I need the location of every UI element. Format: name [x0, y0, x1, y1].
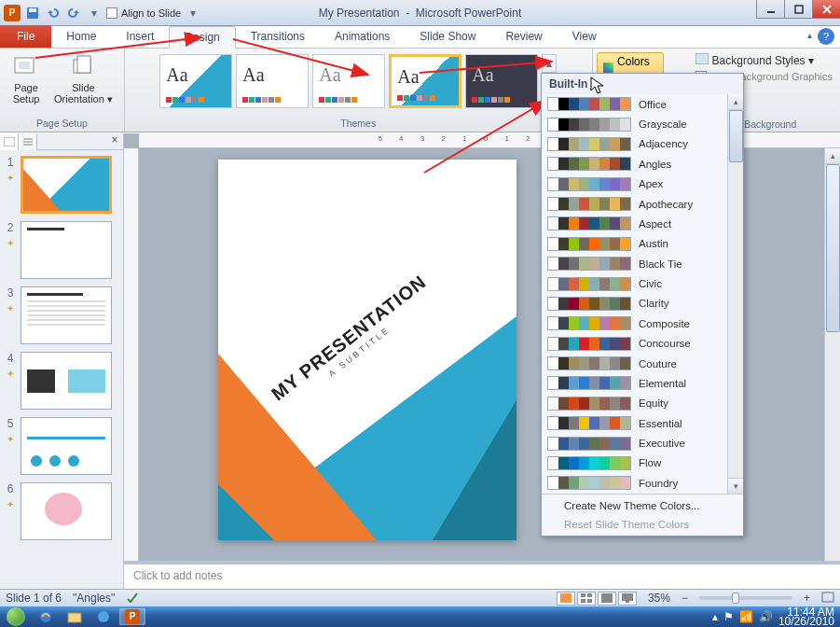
notes-pane[interactable]: Click to add notes	[124, 561, 840, 589]
tab-home[interactable]: Home	[51, 25, 111, 48]
color-strip	[547, 216, 631, 230]
slides-tab[interactable]	[0, 133, 19, 150]
doc-title: My Presentation	[319, 7, 400, 20]
theme-thumb-0[interactable]: Aa	[159, 54, 232, 108]
tray-network-icon[interactable]: 📶	[739, 610, 753, 623]
color-scheme-austin[interactable]: Austin	[542, 234, 727, 254]
zoom-out-button[interactable]: −	[682, 592, 688, 605]
zoom-handle[interactable]	[732, 592, 739, 604]
save-icon[interactable]	[24, 5, 41, 21]
tab-insert[interactable]: Insert	[111, 25, 169, 48]
taskbar-app[interactable]	[90, 608, 117, 625]
tab-review[interactable]: Review	[490, 25, 557, 48]
maximize-button[interactable]	[784, 0, 812, 19]
tab-design[interactable]: Design	[169, 26, 235, 49]
tray-volume-icon[interactable]: 🔊	[759, 610, 773, 623]
tray-up-icon[interactable]: ▴	[712, 610, 718, 623]
qat-more-icon[interactable]: ▾	[86, 5, 103, 21]
thumbnail-4[interactable]: 4✦	[4, 352, 119, 410]
color-scheme-office[interactable]: Office	[542, 94, 727, 114]
zoom-slider[interactable]	[699, 596, 792, 600]
theme-thumb-4[interactable]: Aa	[465, 54, 538, 108]
color-scheme-apothecary[interactable]: Apothecary	[542, 194, 727, 214]
outline-tab[interactable]	[19, 133, 37, 150]
color-scheme-flow[interactable]: Flow	[542, 453, 727, 473]
thumbnail-1[interactable]: 1✦	[4, 156, 119, 214]
tab-slide-show[interactable]: Slide Show	[405, 25, 490, 48]
color-scheme-equity[interactable]: Equity	[542, 394, 727, 413]
tab-transitions[interactable]: Transitions	[236, 25, 320, 48]
color-scheme-angles[interactable]: Angles	[542, 154, 727, 174]
start-button[interactable]	[2, 606, 30, 627]
background-styles-button[interactable]: Background Styles ▾	[692, 52, 833, 68]
taskbar-ie[interactable]	[33, 608, 59, 625]
color-scheme-grayscale[interactable]: Grayscale	[542, 114, 727, 133]
color-scheme-executive[interactable]: Executive	[542, 433, 727, 453]
undo-icon[interactable]	[45, 5, 62, 21]
color-scheme-elemental[interactable]: Elemental	[542, 373, 727, 393]
normal-view-button[interactable]	[557, 592, 575, 606]
thumbnail-5[interactable]: 5✦	[4, 417, 119, 475]
scroll-thumb[interactable]	[826, 164, 840, 332]
thumbnail-3[interactable]: 3✦	[4, 286, 119, 344]
scroll-up-icon[interactable]: ▴	[825, 148, 840, 164]
zoom-percent[interactable]: 35%	[648, 592, 670, 605]
vertical-scrollbar[interactable]: ▴	[824, 148, 840, 589]
theme-thumb-2[interactable]: Aa	[312, 54, 385, 108]
minimize-button[interactable]	[756, 0, 784, 19]
tray-flag-icon[interactable]: ⚑	[723, 610, 734, 623]
app-icon[interactable]: P	[4, 5, 21, 21]
slide-canvas[interactable]: MY PRESENTATION A SUBTITLE	[218, 160, 516, 540]
color-scheme-aspect[interactable]: Aspect	[542, 214, 727, 233]
svg-rect-2	[767, 11, 775, 13]
tray-clock[interactable]: 11:44 AM 10/26/2010	[778, 607, 834, 626]
tab-animations[interactable]: Animations	[320, 25, 405, 48]
tab-view[interactable]: View	[558, 25, 612, 48]
color-scheme-apex[interactable]: Apex	[542, 174, 727, 194]
reading-view-button[interactable]	[598, 592, 616, 606]
sorter-view-button[interactable]	[577, 592, 596, 606]
ribbon-minimize-icon[interactable]: ▴	[807, 30, 812, 40]
color-scheme-couture[interactable]: Couture	[542, 354, 727, 373]
redo-icon[interactable]	[65, 5, 82, 21]
thumbnail-6[interactable]: 6✦	[4, 482, 119, 540]
color-scheme-clarity[interactable]: Clarity	[542, 294, 727, 314]
slide-orientation-button[interactable]: Slide Orientation ▾	[50, 52, 117, 106]
spellcheck-icon[interactable]	[126, 592, 139, 606]
taskbar-powerpoint[interactable]: P	[119, 608, 145, 625]
taskbar-explorer[interactable]	[62, 608, 88, 625]
colors-scroll-up-icon[interactable]: ▴	[728, 94, 743, 110]
close-button[interactable]	[812, 0, 840, 19]
vertical-ruler	[124, 148, 139, 589]
color-scheme-black-tie[interactable]: Black Tie	[542, 254, 727, 273]
colors-scrollbar[interactable]: ▴ ▾	[727, 94, 743, 494]
color-scheme-civic[interactable]: Civic	[542, 273, 727, 293]
file-tab[interactable]: File	[0, 25, 51, 48]
theme-thumb-3[interactable]: Aa	[389, 54, 461, 108]
themes-up-icon[interactable]: ▴	[543, 55, 556, 73]
color-scheme-composite[interactable]: Composite	[542, 314, 727, 333]
create-new-colors-item[interactable]: Create New Theme Colors...	[542, 496, 743, 515]
thumb-image	[21, 352, 112, 410]
colors-scroll-thumb[interactable]	[729, 110, 743, 162]
thumbnail-2[interactable]: 2✦	[4, 221, 119, 279]
page-setup-button[interactable]: Page Setup	[7, 52, 45, 106]
color-scheme-concourse[interactable]: Concourse	[542, 334, 727, 354]
svg-rect-17	[587, 599, 592, 603]
qat-dropdown-icon[interactable]: ▾	[185, 5, 201, 21]
color-scheme-adjacency[interactable]: Adjacency	[542, 134, 727, 154]
colors-scheme-list: ▴ ▾ OfficeGrayscaleAdjacencyAnglesApexAp…	[542, 94, 743, 494]
colors-scroll-down-icon[interactable]: ▾	[728, 478, 743, 494]
color-scheme-essential[interactable]: Essential	[542, 413, 727, 433]
color-strip	[547, 157, 631, 171]
fit-to-window-button[interactable]	[821, 592, 834, 606]
zoom-in-button[interactable]: +	[804, 592, 810, 605]
svg-rect-3	[795, 6, 803, 13]
slideshow-view-button[interactable]	[618, 592, 637, 606]
align-checkbox[interactable]	[106, 7, 117, 19]
color-scheme-foundry[interactable]: Foundry	[542, 473, 727, 493]
system-tray: ▴ ⚑ 📶 🔊 11:44 AM 10/26/2010	[712, 607, 838, 626]
thumbnails-close-icon[interactable]: ×	[106, 133, 123, 149]
theme-thumb-1[interactable]: Aa	[236, 54, 309, 108]
help-button[interactable]: ?	[818, 28, 834, 45]
